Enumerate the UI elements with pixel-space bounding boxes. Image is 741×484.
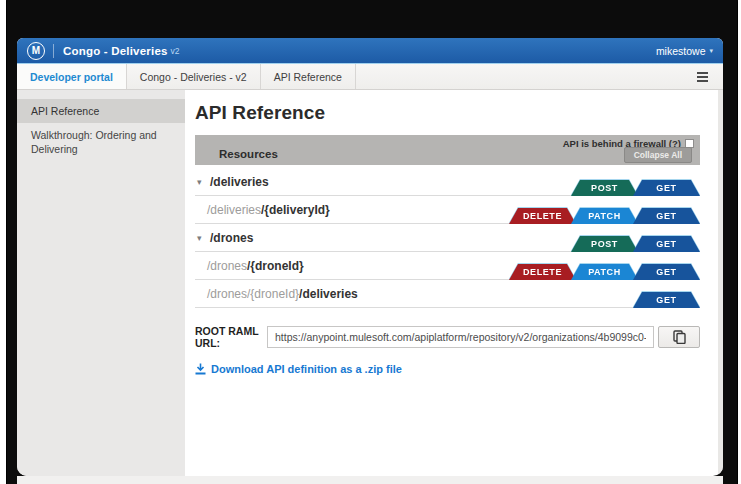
resource-row-delivery-id: /deliveries /{deliveryId} DELETE PATCH G… — [195, 196, 700, 224]
root-raml-row: ROOT RAML URL: — [195, 325, 700, 349]
copy-url-button[interactable] — [658, 326, 700, 348]
download-icon — [195, 363, 206, 375]
method-tabs: DELETE PATCH GET — [514, 208, 700, 224]
logo-divider — [53, 44, 54, 58]
app-screen: M Congo - Deliveries v2 mikestowe ▾ Deve… — [17, 38, 723, 476]
resource-name: /deliveries — [210, 175, 269, 189]
collapse-caret-icon[interactable]: ▾ — [197, 233, 210, 243]
resource-row-drone-deliveries: /drones/{droneId} /deliveries GET — [195, 280, 700, 308]
method-tabs: POST GET — [576, 180, 700, 196]
resource-path[interactable]: /drones /{droneId} — [195, 259, 304, 273]
method-patch-button[interactable]: PATCH — [571, 208, 638, 224]
username: mikestowe — [656, 45, 706, 57]
root-raml-label: ROOT RAML URL: — [195, 325, 267, 349]
resource-name: /drones — [210, 231, 253, 245]
collapse-caret-icon[interactable]: ▾ — [197, 177, 210, 187]
method-tabs: POST GET — [576, 236, 700, 252]
resource-path[interactable]: ▾ /deliveries — [195, 175, 269, 189]
scrollbar-track[interactable] — [718, 90, 723, 476]
resource-name: /deliveries — [299, 287, 358, 301]
tab-congo-deliveries-v2[interactable]: Congo - Deliveries - v2 — [127, 64, 261, 89]
resources-title: Resources — [219, 148, 278, 160]
resource-path[interactable]: ▾ /drones — [195, 231, 253, 245]
tab-developer-portal[interactable]: Developer portal — [17, 64, 127, 89]
resource-name: /{droneId} — [247, 259, 304, 273]
method-patch-button[interactable]: PATCH — [571, 264, 638, 280]
method-get-button[interactable]: GET — [633, 292, 700, 308]
resource-name: /{deliveryId} — [261, 203, 330, 217]
sidebar: API Reference Walkthrough: Ordering and … — [17, 90, 185, 476]
app-version: v2 — [171, 46, 180, 56]
mulesoft-logo-icon: M — [27, 42, 45, 60]
method-post-button[interactable]: POST — [571, 236, 638, 252]
method-tabs: GET — [638, 292, 700, 308]
root-raml-url-input[interactable] — [267, 326, 654, 348]
method-delete-button[interactable]: DELETE — [509, 264, 576, 280]
resource-row-drones: ▾ /drones POST GET — [195, 224, 700, 252]
method-post-button[interactable]: POST — [571, 180, 638, 196]
copy-icon — [673, 330, 686, 344]
resource-prefix: /drones/{droneId} — [207, 287, 299, 301]
method-get-button[interactable]: GET — [633, 180, 700, 196]
menu-icon[interactable] — [682, 64, 723, 89]
page-title: API Reference — [195, 102, 700, 124]
chevron-down-icon: ▾ — [709, 47, 713, 55]
resource-prefix: /deliveries — [207, 203, 261, 217]
resource-row-drone-id: /drones /{droneId} DELETE PATCH GET — [195, 252, 700, 280]
resources-header: Resources API is behind a firewall (?) C… — [195, 135, 700, 165]
collapse-all-button[interactable]: Collapse All — [624, 147, 692, 163]
resource-prefix: /drones — [207, 259, 247, 273]
method-get-button[interactable]: GET — [633, 264, 700, 280]
main-content: API Reference Resources API is behind a … — [185, 90, 723, 476]
sidebar-item-walkthrough[interactable]: Walkthrough: Ordering and Delivering — [17, 123, 185, 161]
tab-api-reference[interactable]: API Reference — [261, 64, 356, 89]
resource-row-deliveries: ▾ /deliveries POST GET — [195, 168, 700, 196]
user-menu[interactable]: mikestowe ▾ — [656, 45, 713, 57]
tablet-frame: M Congo - Deliveries v2 mikestowe ▾ Deve… — [6, 0, 738, 484]
method-delete-button[interactable]: DELETE — [509, 208, 576, 224]
download-zip-link[interactable]: Download API definition as a .zip file — [195, 363, 700, 375]
method-get-button[interactable]: GET — [633, 208, 700, 224]
method-tabs: DELETE PATCH GET — [514, 264, 700, 280]
resource-path[interactable]: /deliveries /{deliveryId} — [195, 203, 330, 217]
sidebar-item-api-reference[interactable]: API Reference — [17, 99, 185, 123]
screen-bottom-edge — [17, 476, 723, 484]
top-navbar: M Congo - Deliveries v2 mikestowe ▾ — [17, 38, 723, 64]
download-label: Download API definition as a .zip file — [211, 363, 402, 375]
resource-path[interactable]: /drones/{droneId} /deliveries — [195, 287, 358, 301]
mulesoft-logo: M — [27, 42, 63, 60]
app-title: Congo - Deliveries — [63, 45, 168, 57]
method-get-button[interactable]: GET — [633, 236, 700, 252]
breadcrumb-tabbar: Developer portal Congo - Deliveries - v2… — [17, 64, 723, 90]
